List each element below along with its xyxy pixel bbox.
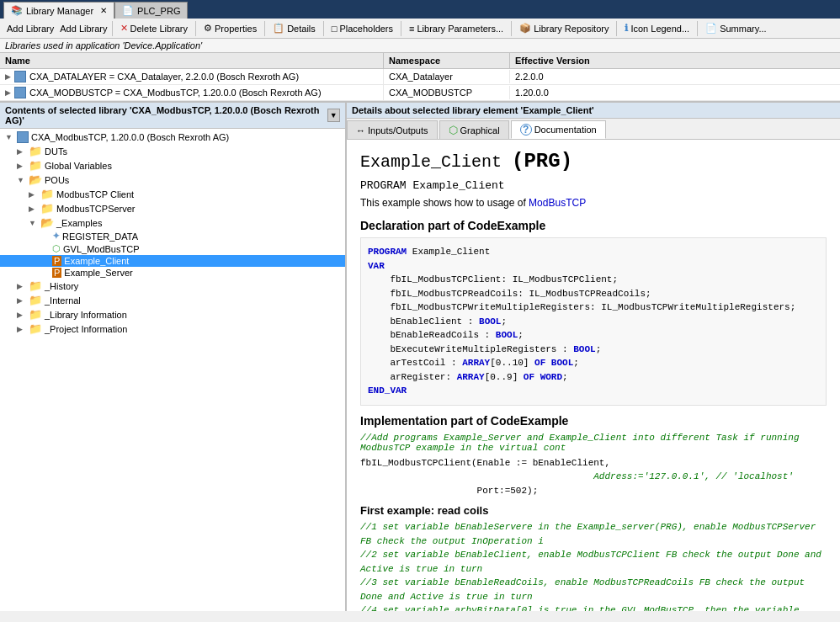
folder-icon: 📁 [29, 308, 42, 321]
gvl-icon: ⬡ [52, 243, 61, 254]
expand-icon[interactable]: ▶ [5, 72, 11, 81]
right-panel: Details about selected library element '… [347, 103, 840, 611]
doc-section-2: Implementation part of CodeExample [360, 414, 827, 428]
toolbar-sep-6 [511, 21, 512, 36]
tree-item-gvl-modbus[interactable]: ⬡ GVL_ModBusTCP [0, 242, 345, 255]
library-parameters-button[interactable]: ≡ Library Parameters... [404, 21, 508, 36]
library-repository-button[interactable]: 📦 Library Repository [514, 20, 614, 36]
client-expander[interactable]: ▶ [29, 190, 40, 199]
lib-name-cell: ▶ CXA_DATALAYER = CXA_Datalayer, 2.2.0.0… [0, 69, 384, 84]
server-expander[interactable]: ▶ [29, 205, 40, 213]
tree-item-duts[interactable]: ▶ 📁 DUTs [0, 144, 345, 158]
folder-icon: 📁 [40, 188, 54, 200]
lib-namespace-cell: CXA_Datalayer [384, 70, 510, 83]
root-expander[interactable]: ▼ [5, 133, 17, 141]
tree-item-modbus-server[interactable]: ▶ 📁 ModbusTCPServer [0, 201, 345, 215]
folder-icon: 📁 [29, 294, 42, 306]
documentation-content: Example_Client (PRG) PROGRAM Example_Cli… [347, 140, 840, 611]
code-comment-1: //Add programs Example_Server and Exampl… [360, 433, 827, 453]
tree-item-pous[interactable]: ▼ 📂 POUs [0, 173, 345, 187]
tab-inputs-outputs[interactable]: ↔ Inputs/Outputs [347, 120, 438, 139]
lib-icon [14, 87, 26, 98]
folder-icon: 📁 [40, 202, 54, 215]
table-row[interactable]: ▶ CXA_DATALAYER = CXA_Datalayer, 2.2.0.0… [0, 69, 840, 85]
expand-icon[interactable]: ▶ [5, 88, 11, 97]
hist-label: _History [45, 281, 78, 291]
projinfo-expander[interactable]: ▶ [17, 325, 29, 333]
toolbar-sep-3 [264, 21, 265, 36]
lib-namespace-cell: CXA_MODBUSTCP [384, 86, 510, 99]
doc-section-3: First example: read coils [360, 504, 827, 517]
lib-version-cell: 2.2.0.0 [510, 70, 645, 83]
folder-icon: 📂 [29, 173, 42, 186]
graphical-icon: ⬡ [449, 124, 458, 136]
plc-prg-icon: 📄 [122, 5, 134, 16]
inputs-outputs-icon: ↔ [356, 125, 365, 136]
tab-documentation[interactable]: ? Documentation [511, 120, 606, 139]
add-library-button[interactable]: Add Library [2, 21, 59, 36]
toolbar-sep-4 [323, 21, 324, 36]
folder-icon: 📁 [29, 279, 42, 292]
eclient-label: Example_Client [64, 256, 129, 266]
panel-dropdown-button[interactable]: ▼ [327, 109, 340, 122]
gv-expander[interactable]: ▶ [17, 162, 29, 170]
right-panel-header: Details about selected library element '… [347, 103, 840, 119]
summary-button[interactable]: 📄 Summary... [700, 20, 771, 36]
col-header-version: Effective Version [510, 53, 645, 68]
code-block-1: PROGRAM Example_Client VAR fbIL_ModbusTC… [360, 237, 827, 406]
tree-item-gv[interactable]: ▶ 📁 Global Variables [0, 158, 345, 173]
duts-label: DUTs [45, 146, 67, 157]
examples-expander[interactable]: ▼ [29, 219, 40, 227]
folder-icon: 📁 [29, 322, 42, 335]
tab-graphical[interactable]: ⬡ Graphical [439, 120, 509, 139]
pous-label: POUs [45, 175, 69, 185]
int-expander[interactable]: ▶ [17, 296, 29, 305]
modbustcp-link[interactable]: ModBusTCP [529, 197, 586, 209]
table-row[interactable]: ▶ CXA_MODBUSTCP = CXA_ModbusTCP, 1.20.0.… [0, 85, 840, 101]
delete-library-button[interactable]: ✕ Delete Library [115, 20, 193, 36]
tree-item-internal[interactable]: ▶ 📁 _Internal [0, 293, 345, 307]
toolbar-sep-8 [697, 21, 698, 36]
toolbar-sep-5 [401, 21, 401, 36]
int-label: _Internal [45, 295, 81, 306]
tree-item-root[interactable]: ▼ CXA_ModbusTCP, 1.20.0.0 (Bosch Rexroth… [0, 130, 345, 144]
detail-tabs: ↔ Inputs/Outputs ⬡ Graphical ? Documenta… [347, 119, 840, 140]
tree-item-example-client[interactable]: P Example_Client [0, 255, 345, 267]
icon-legend-button[interactable]: ℹ Icon Legend... [619, 20, 694, 36]
tree-item-modbus-client[interactable]: ▶ 📁 ModbusTCP Client [0, 187, 345, 201]
tree-item-proj-info[interactable]: ▶ 📁 _Project Information [0, 322, 345, 336]
tree-item-register-data[interactable]: ✦ REGISTER_DATA [0, 230, 345, 242]
details-button[interactable]: 📋 Details [268, 20, 321, 36]
add-library-label: Add Library [60, 24, 107, 34]
col-header-namespace: Namespace [384, 53, 510, 68]
tab-plc-prg[interactable]: 📄 PLC_PRG [114, 2, 188, 19]
properties-button[interactable]: ⚙ Properties [199, 20, 262, 36]
root-icon [17, 131, 29, 143]
tree-item-examples[interactable]: ▼ 📂 _Examples [0, 215, 345, 230]
toolbar: Add Library Add Library ✕ Delete Library… [0, 19, 840, 39]
prg-icon: P [52, 256, 61, 266]
tab-library-manager[interactable]: 📚 Library Manager ✕ [3, 2, 114, 19]
toolbar-sep-7 [616, 21, 617, 36]
register-label: REGISTER_DATA [62, 231, 138, 242]
tree-item-history[interactable]: ▶ 📁 _History [0, 279, 345, 293]
hist-expander[interactable]: ▶ [17, 282, 29, 290]
gvl-label: GVL_ModBusTCP [63, 244, 139, 254]
close-tab-icon[interactable]: ✕ [100, 6, 107, 15]
folder-icon: 📁 [29, 145, 42, 157]
doc-subtitle: PROGRAM Example_Client [360, 179, 827, 192]
dut-icon: ✦ [52, 231, 60, 242]
tree-item-lib-info[interactable]: ▶ 📁 _Library Information [0, 307, 345, 322]
doc-section-1: Declaration part of CodeExample [360, 219, 827, 232]
prg-icon: P [52, 268, 61, 278]
doc-title: Example_Client (PRG) [360, 150, 827, 173]
libraries-table: Name Namespace Effective Version ▶ CXA_D… [0, 53, 840, 103]
eserver-label: Example_Server [64, 268, 132, 278]
placeholders-button[interactable]: □ Placeholders [327, 21, 398, 36]
lib-icon [14, 71, 26, 82]
root-label: CXA_ModbusTCP, 1.20.0.0 (Bosch Rexroth A… [31, 132, 229, 142]
tree-item-example-server[interactable]: P Example_Server [0, 267, 345, 279]
libinfo-expander[interactable]: ▶ [17, 311, 29, 319]
pous-expander[interactable]: ▼ [17, 176, 29, 184]
duts-expander[interactable]: ▶ [17, 147, 29, 156]
